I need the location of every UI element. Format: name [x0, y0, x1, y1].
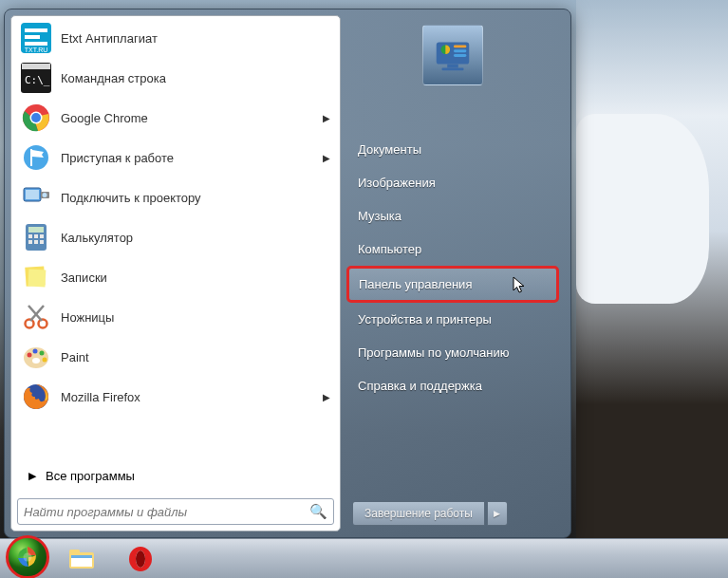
right-pane-item[interactable]: Музыка	[346, 199, 559, 233]
program-item[interactable]: Ножницы	[13, 297, 338, 337]
firefox-icon	[21, 382, 51, 412]
program-item[interactable]: Подключить к проектору	[13, 177, 338, 217]
svg-point-36	[43, 358, 47, 363]
svg-rect-12	[30, 149, 32, 166]
right-pane-item-label: Изображения	[358, 176, 436, 190]
cmd-icon: C:\_	[21, 63, 51, 93]
start-menu-left-pane: TXT.RUEtxt АнтиплагиатC:\_Командная стро…	[10, 15, 341, 531]
svg-point-45	[24, 552, 32, 561]
right-pane-item-label: Программы по умолчанию	[358, 345, 509, 360]
program-item[interactable]: C:\_Командная строка	[13, 58, 338, 98]
program-item[interactable]: TXT.RUEtxt Антиплагиат	[13, 18, 338, 58]
shutdown-options-button[interactable]: ▶	[487, 501, 508, 526]
svg-rect-20	[34, 234, 38, 238]
start-menu: TXT.RUEtxt АнтиплагиатC:\_Командная стро…	[4, 9, 571, 538]
taskbar-item-explorer[interactable]	[55, 543, 108, 575]
shutdown-row: Завершение работы ▶	[352, 501, 508, 526]
program-label: Google Chrome	[61, 111, 313, 125]
program-item[interactable]: Google Chrome▶	[13, 98, 338, 138]
right-pane-item-label: Музыка	[358, 209, 401, 223]
taskbar-item-opera[interactable]	[114, 543, 167, 575]
svg-rect-14	[26, 190, 39, 199]
svg-rect-22	[28, 240, 32, 244]
svg-rect-41	[454, 49, 466, 52]
start-button[interactable]	[6, 535, 49, 579]
snip-icon	[21, 302, 51, 332]
right-pane-item-label: Панель управления	[359, 277, 472, 291]
svg-rect-21	[40, 234, 44, 238]
cursor-icon	[513, 276, 528, 295]
svg-rect-2	[25, 35, 40, 39]
svg-text:C:\_: C:\_	[25, 74, 50, 86]
right-pane-item[interactable]: Изображения	[346, 166, 559, 199]
svg-rect-1	[25, 28, 47, 32]
right-pane-item[interactable]: Панель управления	[346, 266, 559, 303]
chevron-right-icon: ▶	[323, 113, 330, 123]
programs-list: TXT.RUEtxt АнтиплагиатC:\_Командная стро…	[11, 16, 340, 458]
chevron-right-icon: ▶	[323, 392, 330, 402]
program-label: Подключить к проектору	[61, 191, 330, 205]
svg-point-10	[31, 113, 41, 122]
flag-icon	[21, 142, 51, 173]
shutdown-button[interactable]: Завершение работы	[352, 501, 485, 526]
svg-rect-6	[22, 64, 50, 69]
svg-rect-40	[454, 45, 466, 47]
right-pane-item[interactable]: Компьютер	[346, 233, 559, 266]
chrome-icon	[21, 103, 51, 133]
etxt-icon: TXT.RU	[21, 23, 51, 53]
chevron-right-icon: ▶	[28, 470, 36, 482]
chevron-right-icon: ▶	[323, 153, 330, 163]
program-label: Paint	[61, 350, 330, 364]
svg-point-11	[24, 145, 48, 170]
svg-text:TXT.RU: TXT.RU	[25, 47, 48, 53]
program-label: Записки	[61, 270, 330, 285]
paint-icon	[21, 342, 51, 372]
program-label: Mozilla Firefox	[61, 390, 313, 404]
program-item[interactable]: Приступая к работе▶	[13, 138, 338, 177]
program-label: Командная строка	[61, 71, 330, 85]
projector-icon	[21, 182, 51, 213]
right-pane-item[interactable]: Программы по умолчанию	[346, 336, 559, 369]
program-item[interactable]: Калькулятор	[13, 217, 338, 257]
all-programs-label: Все программы	[46, 469, 135, 483]
right-items-list: ДокументыИзображенияМузыкаКомпьютерПанел…	[346, 133, 559, 501]
start-menu-right-pane: ДокументыИзображенияМузыкаКомпьютерПанел…	[341, 15, 565, 531]
svg-rect-19	[28, 234, 32, 238]
notes-icon	[21, 262, 51, 292]
right-pane-item[interactable]: Справка и поддержка	[346, 369, 559, 402]
search-container: 🔍	[11, 493, 340, 531]
svg-rect-47	[69, 550, 80, 554]
svg-rect-24	[40, 240, 44, 244]
program-item[interactable]: Paint	[13, 337, 338, 377]
svg-point-27	[26, 320, 34, 328]
svg-rect-26	[28, 270, 46, 288]
program-label: Etxt Антиплагиат	[61, 31, 330, 46]
right-pane-item[interactable]: Устройства и принтеры	[346, 303, 559, 336]
program-label: Ножницы	[61, 310, 330, 325]
calc-icon	[21, 222, 51, 252]
svg-point-16	[43, 193, 47, 197]
svg-rect-23	[34, 240, 38, 244]
user-picture-control-panel-icon	[422, 25, 483, 85]
right-pane-item-label: Документы	[358, 142, 421, 157]
right-pane-item-label: Устройства и принтеры	[358, 312, 492, 326]
svg-rect-43	[447, 65, 458, 68]
svg-rect-42	[454, 54, 466, 57]
svg-point-33	[28, 353, 32, 358]
svg-rect-3	[25, 42, 47, 46]
right-pane-item[interactable]: Документы	[346, 133, 559, 166]
svg-point-34	[33, 349, 38, 354]
program-item[interactable]: Записки	[13, 257, 338, 297]
all-programs-item[interactable]: ▶ Все программы	[11, 458, 340, 493]
program-label: Калькулятор	[61, 231, 330, 245]
search-input[interactable]	[24, 505, 304, 519]
svg-point-28	[39, 320, 47, 328]
svg-rect-44	[442, 67, 464, 70]
right-pane-item-label: Компьютер	[358, 242, 421, 256]
svg-point-35	[40, 351, 45, 356]
search-icon: 🔍	[309, 503, 327, 520]
svg-rect-18	[28, 227, 44, 233]
program-label: Приступая к работе	[61, 151, 313, 165]
search-box[interactable]: 🔍	[17, 498, 334, 525]
program-item[interactable]: Mozilla Firefox▶	[13, 377, 338, 417]
